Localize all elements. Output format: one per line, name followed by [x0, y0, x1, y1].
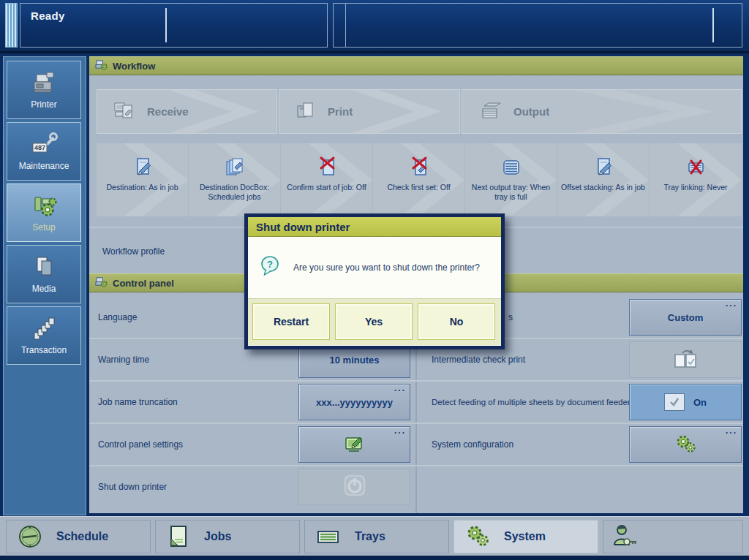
sidebar-item-printer[interactable]: Printer [7, 61, 81, 119]
output-label: Output [513, 105, 549, 118]
bottom-tab-bar: Schedule Jobs Trays [0, 516, 749, 556]
dialog-title: Shut down printer [248, 217, 501, 237]
receive-icon [113, 100, 135, 123]
offset-stacking-setting[interactable]: Offset stacking: As in job [557, 143, 649, 216]
yes-button[interactable]: Yes [335, 303, 413, 340]
operator-key-icon [611, 523, 639, 550]
setting-label: Tray linking: Never [650, 181, 742, 192]
setting-label: Next output tray: When tray is full [465, 181, 557, 202]
control-panel-settings-button[interactable]: ... [298, 426, 410, 463]
tab-schedule[interactable]: Schedule [6, 520, 151, 553]
section-title: Control panel [113, 278, 174, 289]
sidebar-item-label: Setup [7, 222, 80, 232]
sidebar-item-label: Transaction [7, 345, 80, 355]
intermediate-check-print-button[interactable] [629, 341, 742, 378]
transaction-icon [7, 313, 80, 345]
confirm-start-setting[interactable]: Confirm start of job: Off [281, 143, 372, 216]
sidebar-item-label: Printer [7, 99, 80, 110]
dialog-footer: Restart Yes No [248, 298, 501, 345]
counter-digits: 487 [34, 144, 45, 151]
no-button[interactable]: No [418, 303, 495, 340]
tab-label: Trays [355, 530, 385, 543]
print-button[interactable]: Print [279, 89, 460, 134]
truncation-pattern-value: xxx...yyyyyyyyyy [316, 397, 393, 408]
destination-setting[interactable]: Destination: As in job [97, 143, 188, 216]
sidebar-item-transaction[interactable]: Transaction [7, 306, 81, 365]
row-label: Warning time [98, 355, 149, 365]
job-name-truncation-row: Job name truncation ... xxx...yyyyyyyyyy [89, 382, 415, 423]
gears-icon [674, 433, 697, 457]
jobs-doc-icon [166, 524, 191, 549]
print-icon [296, 100, 316, 123]
operator-login-button[interactable] [603, 520, 743, 553]
tab-jobs[interactable]: Jobs [155, 520, 300, 553]
tray-crossed-icon [650, 154, 742, 181]
dialog-message: Are you sure you want to shut down the p… [293, 237, 480, 298]
destination-docbox-setting[interactable]: Destination DocBox: Scheduled jobs [189, 143, 280, 216]
doc-edit-icon [557, 154, 649, 181]
status-divider [165, 8, 167, 42]
print-label: Print [328, 105, 353, 118]
system-configuration-row: System configuration ... [423, 424, 743, 465]
sidebar-item-setup[interactable]: Setup [7, 183, 81, 242]
more-indicator: ... [726, 425, 737, 436]
stripe-decoration [5, 3, 18, 48]
setting-label: Destination: As in job [97, 181, 188, 192]
restart-button[interactable]: Restart [252, 303, 330, 340]
output-tray-icon [465, 154, 557, 181]
control-panel-settings-row: Control panel settings ... [89, 424, 415, 465]
output-icon [478, 100, 502, 123]
sidebar-item-maintenance[interactable]: 487 Maintenance [7, 122, 81, 181]
system-gears-icon [464, 523, 491, 550]
check-first-set-setting[interactable]: Check first set: Off [373, 143, 464, 216]
checkbox-checked-icon [664, 393, 685, 411]
next-output-tray-setting[interactable]: Next output tray: When tray is full [465, 143, 557, 216]
output-button[interactable]: Output [462, 89, 742, 134]
tab-system[interactable]: System [453, 520, 598, 553]
setting-label: Destination DocBox: Scheduled jobs [189, 181, 280, 202]
row-label: Job name truncation [98, 397, 178, 407]
tray-linking-setting[interactable]: Tray linking: Never [650, 143, 742, 216]
printer-gear-icon [95, 276, 108, 290]
trays-icon [315, 524, 342, 549]
tab-label: Schedule [56, 530, 108, 543]
custom-button[interactable]: ... Custom [629, 299, 742, 336]
row-label-fragment: s [508, 312, 513, 322]
more-indicator: ... [726, 298, 737, 309]
row-label: Language [98, 312, 137, 322]
doc-crossed-icon [373, 154, 464, 181]
job-name-truncation-button[interactable]: ... xxx...yyyyyyyyyy [298, 384, 410, 420]
row-label: System configuration [432, 439, 513, 450]
row-label: Control panel settings [98, 439, 183, 450]
setting-label: Confirm start of job: Off [281, 181, 372, 192]
edit-settings-icon [342, 433, 367, 457]
section-title: Workflow [113, 61, 155, 72]
sidebar-item-label: Media [7, 284, 80, 294]
dialog-body: ? Are you sure you want to shut down the… [248, 237, 501, 298]
tab-trays[interactable]: Trays [304, 520, 449, 553]
svg-text:?: ? [267, 259, 273, 270]
tab-label: System [504, 530, 546, 543]
shutdown-dialog: Shut down printer ? Are you sure you wan… [244, 213, 505, 349]
receive-label: Receive [147, 105, 189, 118]
doc-edit-icon [97, 154, 188, 181]
screen-bottom-edge [0, 556, 749, 560]
status-divider [712, 8, 714, 42]
row-label: Shut down printer [98, 482, 167, 492]
tab-label: Jobs [204, 530, 231, 543]
receive-button[interactable]: Receive [97, 89, 277, 134]
status-divider [345, 4, 346, 47]
warning-time-value: 10 minutes [330, 355, 380, 366]
more-indicator: ... [394, 383, 406, 393]
status-bar: Ready [0, 0, 749, 53]
detect-multiple-sheets-toggle[interactable]: On [629, 384, 742, 420]
shut-down-printer-button[interactable] [298, 469, 410, 505]
printer-icon [7, 67, 80, 99]
workflow-section-header: Workflow [89, 56, 743, 75]
sidebar-item-media[interactable]: Media [7, 245, 81, 303]
question-balloon-icon: ? [260, 254, 282, 281]
custom-value: Custom [668, 312, 703, 323]
more-indicator: ... [394, 425, 406, 436]
system-configuration-button[interactable]: ... [629, 426, 742, 463]
setup-icon [7, 190, 80, 222]
